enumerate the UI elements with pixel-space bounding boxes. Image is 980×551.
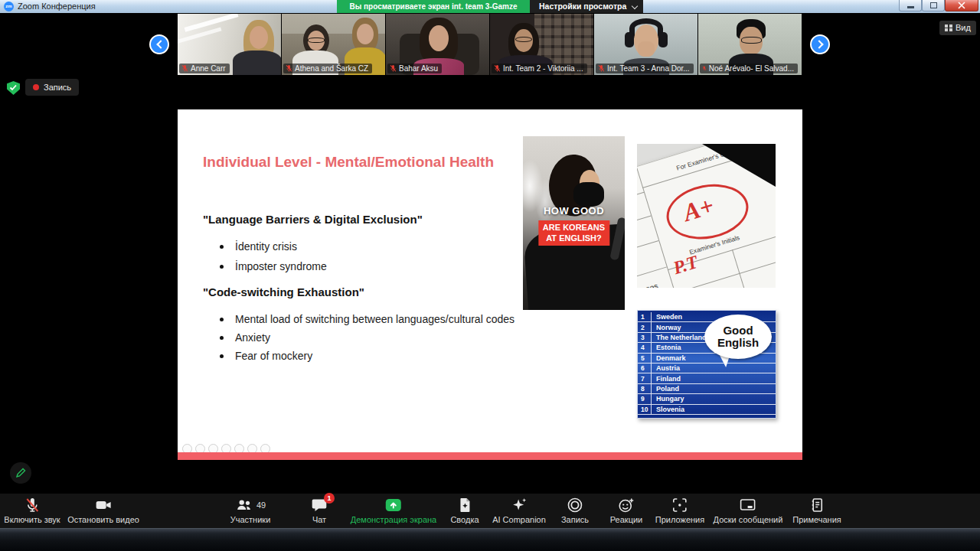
chat-button[interactable]: 1 Чат: [310, 496, 328, 524]
pencil-icon: [15, 468, 26, 478]
slide-heading-1: "Language Barriers & Digital Exclusion": [203, 213, 423, 226]
ai-companion-button[interactable]: AI Companion: [492, 496, 546, 524]
participant-name: Int. Team 2 - Viktoriia ...: [503, 64, 583, 73]
maximize-button[interactable]: [922, 0, 945, 11]
rank-number: 9: [638, 394, 652, 403]
glasses: [515, 37, 532, 42]
notes-button[interactable]: Примечания: [792, 496, 841, 524]
bullet-dot: [220, 245, 224, 249]
window-title: Zoom Конференция: [18, 2, 96, 11]
bullet-dot: [220, 336, 224, 340]
apps-button[interactable]: Приложения: [655, 496, 704, 524]
bullet-item: Fear of mockery: [220, 347, 514, 365]
bullet-text: İmposter syndrome: [235, 260, 327, 272]
form-line: [637, 192, 644, 207]
muted-mic-icon: [598, 64, 605, 73]
next-participants-button[interactable]: [810, 34, 830, 54]
bullet-item: İdentity crisis: [220, 236, 327, 256]
hand-over-mouth: [638, 41, 655, 57]
minimize-button[interactable]: [899, 0, 922, 11]
rank-country: Norway: [652, 324, 681, 331]
rank-number: 5: [638, 354, 652, 363]
slide-bullet-list-2: Mental load of switching between languag…: [220, 310, 514, 365]
participant-name-label: Int. Team 2 - Viktoriia ...: [492, 64, 587, 73]
participant-tile[interactable]: Noé Arévalo- El Salvad...: [698, 14, 802, 75]
participant-tile[interactable]: Bahar Aksu: [386, 14, 489, 75]
rank-country: The Netherlands: [652, 334, 710, 341]
participant-tile[interactable]: Athena and Šarka CZ: [282, 14, 385, 75]
examiner-initials-value: P.T: [671, 252, 701, 279]
view-button[interactable]: Вид: [939, 21, 976, 35]
video-camera-icon: [94, 496, 113, 514]
notes-icon: [808, 496, 826, 514]
window-titlebar: zm Zoom Конференция Вы просматриваете эк…: [0, 0, 980, 13]
microphone-muted-icon: [23, 496, 41, 514]
bullet-text: Mental load of switching between languag…: [235, 313, 514, 325]
shared-screen-slide: Individual Level - Mental/Emotional Heal…: [178, 109, 802, 460]
bullet-text: Anxiety: [235, 331, 270, 344]
summary-label: Сводка: [450, 515, 479, 524]
overlay-caption-line3: AT ENGLISH?: [543, 233, 605, 244]
share-screen-button[interactable]: Демонстрация экрана: [351, 496, 436, 524]
grid-view-icon: [945, 24, 952, 31]
rank-country: Poland: [652, 385, 679, 393]
message-boards-button[interactable]: Доски сообщений: [714, 496, 783, 524]
annotate-button[interactable]: [10, 462, 31, 484]
muted-mic-icon: [181, 64, 188, 73]
summary-button[interactable]: Сводка: [450, 496, 479, 524]
bullet-item: Anxiety: [220, 328, 514, 347]
bullet-dot: [220, 354, 224, 358]
participant-tile[interactable]: Int. Team 3 - Anna Dor...: [594, 14, 697, 75]
participants-button[interactable]: 49 Участники: [230, 496, 271, 524]
mute-button[interactable]: Включить звук: [4, 496, 60, 524]
bullet-item: Mental load of switching between languag…: [220, 310, 514, 328]
view-settings-button[interactable]: Настройки просмотра: [530, 0, 643, 13]
recording-indicator: Запись: [25, 79, 79, 96]
muted-mic-icon: [390, 64, 397, 73]
participants-icon: 49: [235, 496, 266, 514]
participants-count: 49: [256, 500, 266, 510]
slide-title: Individual Level - Mental/Emotional Heal…: [203, 154, 494, 171]
slide-heading-2: "Code-switching Exhaustion": [203, 285, 364, 298]
maximize-icon: [930, 2, 937, 8]
rank-number: 10: [638, 405, 652, 414]
windows-taskbar: [0, 528, 980, 551]
previous-participants-button[interactable]: [149, 34, 169, 54]
close-button[interactable]: [945, 0, 978, 11]
participant-name: Anne Carr: [191, 64, 226, 73]
apps-label: Приложения: [655, 515, 704, 524]
security-shield-icon[interactable]: [7, 81, 20, 95]
form-line: [637, 240, 658, 255]
slide-bullet-list-1: İdentity crisis İmposter syndrome: [220, 236, 327, 276]
record-button[interactable]: Запись: [561, 496, 589, 524]
reactions-button[interactable]: Реакции: [610, 496, 643, 524]
participant-name-label: Bahar Aksu: [387, 64, 442, 73]
participant-tile[interactable]: Anne Carr: [178, 14, 281, 75]
viewing-screen-banner: Вы просматриваете экран int. team 3-Gamz…: [337, 0, 530, 13]
form-line: [637, 266, 667, 281]
rank-country: Denmark: [652, 354, 686, 362]
person-face: [250, 26, 268, 49]
bullet-text: İdentity crisis: [235, 240, 297, 253]
bubble-text-line1: Good: [723, 324, 753, 337]
pages-label: Pages: [637, 281, 659, 288]
muted-mic-icon: [494, 64, 501, 73]
person-torso: [233, 51, 281, 75]
chat-label: Чат: [312, 515, 326, 524]
record-icon: [566, 496, 584, 514]
minimize-icon: [907, 6, 914, 8]
overlay-caption-line1: HOW GOOD: [523, 205, 625, 217]
close-icon: [958, 2, 965, 9]
view-button-label: Вид: [956, 21, 971, 35]
message-boards-label: Доски сообщений: [714, 515, 783, 524]
notes-label: Примечания: [792, 515, 841, 524]
reactions-smiley-icon: [617, 496, 635, 514]
summary-document-icon: [456, 496, 474, 514]
stop-video-button[interactable]: Остановить видео: [67, 496, 139, 524]
rank-country: Austria: [652, 364, 680, 372]
muted-mic-icon: [286, 64, 292, 73]
participant-tile[interactable]: Int. Team 2 - Viktoriia ...: [490, 14, 593, 75]
recording-dot-icon: [33, 84, 39, 90]
bullet-dot: [220, 265, 224, 269]
rank-number: 8: [638, 384, 652, 393]
